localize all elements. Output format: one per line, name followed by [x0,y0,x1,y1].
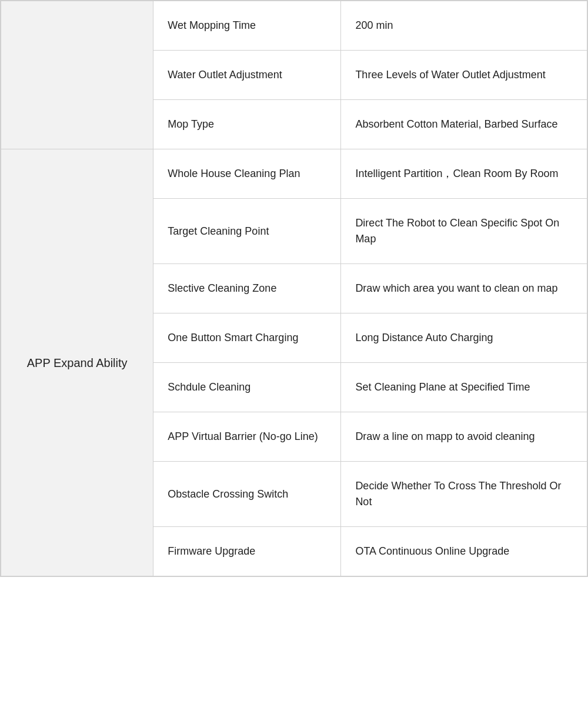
feature-cell: Whole House Cleaning Plan [153,149,341,199]
description-cell: Draw which area you want to clean on map [341,264,587,313]
feature-cell: Obstacle Crossing Switch [153,462,341,527]
description-cell: OTA Continuous Online Upgrade [341,527,587,576]
description-cell: Three Levels of Water Outlet Adjustment [341,51,587,100]
description-cell: Direct The Robot to Clean Specific Spot … [341,199,587,264]
description-cell: 200 min [341,1,587,51]
app-section-row-0: APP Expand Ability Whole House Cleaning … [1,149,587,199]
feature-cell: Target Cleaning Point [153,199,341,264]
feature-cell: Mop Type [153,100,341,149]
feature-cell: One Button Smart Charging [153,313,341,363]
table-row: Wet Mopping Time 200 min [1,1,587,51]
category-cell-empty [1,1,153,149]
description-cell: Set Cleaning Plane at Specified Time [341,363,587,412]
feature-cell: Water Outlet Adjustment [153,51,341,100]
app-category-label: APP Expand Ability [1,149,153,576]
feature-cell: Firmware Upgrade [153,527,341,576]
feature-cell: Schdule Cleaning [153,363,341,412]
description-cell: Intelligent Partition，Clean Room By Room [341,149,587,199]
feature-cell: Slective Cleaning Zone [153,264,341,313]
description-cell: Draw a line on mapp to avoid cleaning [341,412,587,462]
specs-table: Wet Mopping Time 200 min Water Outlet Ad… [0,0,588,577]
description-cell: Absorbent Cotton Material, Barbed Surfac… [341,100,587,149]
description-cell: Decide Whether To Cross The Threshold Or… [341,462,587,527]
feature-cell: Wet Mopping Time [153,1,341,51]
feature-cell: APP Virtual Barrier (No-go Line) [153,412,341,462]
description-cell: Long Distance Auto Charging [341,313,587,363]
